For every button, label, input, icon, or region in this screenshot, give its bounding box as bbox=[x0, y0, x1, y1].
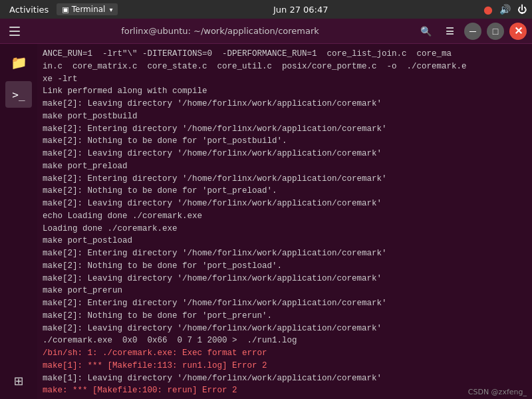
terminal-line: make[1]: Leaving directory '/home/forlin… bbox=[43, 372, 527, 385]
terminal-tab-label: Terminal bbox=[72, 5, 106, 14]
terminal-tab-icon: ▣ bbox=[62, 5, 68, 14]
terminal-line: make[1]: *** [Makefile:113: run1.log] Er… bbox=[43, 360, 527, 372]
bottom-bar: CSDN @zxfeng_ bbox=[468, 388, 527, 396]
terminal-line: make[2]: Nothing to be done for 'port_pr… bbox=[43, 185, 527, 198]
terminal-line: /bin/sh: 1: ./coremark.exe: Exec format … bbox=[43, 347, 527, 360]
terminal-line: make[2]: Leaving directory '/home/forlin… bbox=[43, 148, 527, 160]
ham-line-1 bbox=[9, 27, 20, 28]
title-bar: forlinx@ubuntu: ~/work/application/corem… bbox=[0, 19, 532, 44]
terminal-line: make port_prerun bbox=[43, 285, 527, 297]
close-button[interactable]: ✕ bbox=[509, 23, 527, 40]
activities-label[interactable]: Activities bbox=[5, 5, 53, 15]
watermark: CSDN @zxfeng_ bbox=[468, 388, 527, 396]
terminal-line: make port_preload bbox=[43, 160, 527, 173]
terminal-icon: >_ bbox=[12, 88, 25, 101]
terminal-line: echo Loading done ./coremark.exe bbox=[43, 210, 527, 223]
system-bar: Activities ▣ Terminal ▾ Jun 27 06:47 ● 🔊… bbox=[0, 0, 532, 19]
terminal-line: make[2]: Leaving directory '/home/forlin… bbox=[43, 198, 527, 210]
terminal-line: xe -lrt bbox=[43, 73, 527, 86]
terminal-line: make: *** [Makefile:100: rerun] Error 2 bbox=[43, 384, 527, 397]
terminal-line: make port_postbuild bbox=[43, 110, 527, 123]
maximize-button[interactable]: □ bbox=[487, 23, 504, 40]
terminal-line: in.c core_matrix.c core_state.c core_uti… bbox=[43, 61, 527, 73]
terminal-tab-dropdown[interactable]: ▾ bbox=[109, 6, 112, 13]
hamburger-icon[interactable] bbox=[5, 22, 24, 41]
terminal-line: make[2]: Nothing to be done for 'port_po… bbox=[43, 260, 527, 273]
sidebar-item-apps[interactable]: ⊞ bbox=[5, 367, 32, 394]
datetime: Jun 27 06:47 bbox=[273, 5, 329, 15]
window-body: 📁 >_ ⊞ ANCE_RUN=1 -lrt"\" -DITERATIONS=0… bbox=[0, 44, 532, 399]
sidebar: 📁 >_ ⊞ bbox=[0, 44, 37, 399]
ham-line-3 bbox=[9, 35, 20, 36]
terminal-line: make[2]: Leaving directory '/home/forlin… bbox=[43, 273, 527, 285]
terminal-line: make[2]: Nothing to be done for 'port_po… bbox=[43, 135, 527, 148]
power-icon[interactable]: ⏻ bbox=[517, 4, 527, 15]
window-title: forlinx@ubuntu: ~/work/application/corem… bbox=[121, 26, 319, 36]
minimize-button[interactable]: ─ bbox=[464, 23, 481, 40]
sidebar-item-file[interactable]: 📁 bbox=[5, 49, 32, 76]
ham-line-2 bbox=[9, 31, 20, 32]
file-icon: 📁 bbox=[11, 55, 27, 70]
sidebar-item-terminal[interactable]: >_ bbox=[5, 81, 32, 108]
title-bar-left bbox=[5, 22, 24, 41]
terminal-line: make[2]: Entering directory '/home/forli… bbox=[43, 123, 527, 136]
title-bar-center: forlinx@ubuntu: ~/work/application/corem… bbox=[24, 26, 416, 36]
menu-button[interactable]: ☰ bbox=[440, 22, 459, 41]
terminal-line: make[2]: Entering directory '/home/forli… bbox=[43, 173, 527, 186]
terminal-line: make[2]: Entering directory '/home/forli… bbox=[43, 297, 527, 310]
terminal-line: make[2]: Leaving directory '/home/forlin… bbox=[43, 98, 527, 110]
terminal-content[interactable]: ANCE_RUN=1 -lrt"\" -DITERATIONS=0 -DPERF… bbox=[37, 44, 532, 399]
terminal-line: Loading done ./coremark.exe bbox=[43, 223, 527, 235]
terminal-line: ANCE_RUN=1 -lrt"\" -DITERATIONS=0 -DPERF… bbox=[43, 48, 527, 61]
terminal-line: make port_postload bbox=[43, 235, 527, 247]
title-bar-right: 🔍 ☰ ─ □ ✕ bbox=[416, 22, 527, 41]
close-circle-icon[interactable]: ● bbox=[483, 3, 493, 16]
terminal-line: Link performed along with compile bbox=[43, 85, 527, 98]
terminal-line: make[2]: Entering directory '/home/forli… bbox=[43, 247, 527, 260]
terminal-tab[interactable]: ▣ Terminal ▾ bbox=[57, 3, 118, 15]
terminal-line: make[2]: Nothing to be done for 'port_pr… bbox=[43, 310, 527, 323]
volume-icon[interactable]: 🔊 bbox=[499, 4, 511, 15]
system-bar-center: Jun 27 06:47 bbox=[273, 5, 329, 15]
system-bar-left: Activities ▣ Terminal ▾ bbox=[5, 3, 118, 15]
terminal-window: forlinx@ubuntu: ~/work/application/corem… bbox=[0, 19, 532, 399]
apps-icon: ⊞ bbox=[13, 374, 23, 388]
terminal-line: ./coremark.exe 0x0 0x66 0 7 1 2000 > ./r… bbox=[43, 334, 527, 347]
system-bar-right: ● 🔊 ⏻ bbox=[483, 3, 527, 16]
search-button[interactable]: 🔍 bbox=[416, 22, 435, 41]
terminal-line: make[2]: Leaving directory '/home/forlin… bbox=[43, 323, 527, 335]
